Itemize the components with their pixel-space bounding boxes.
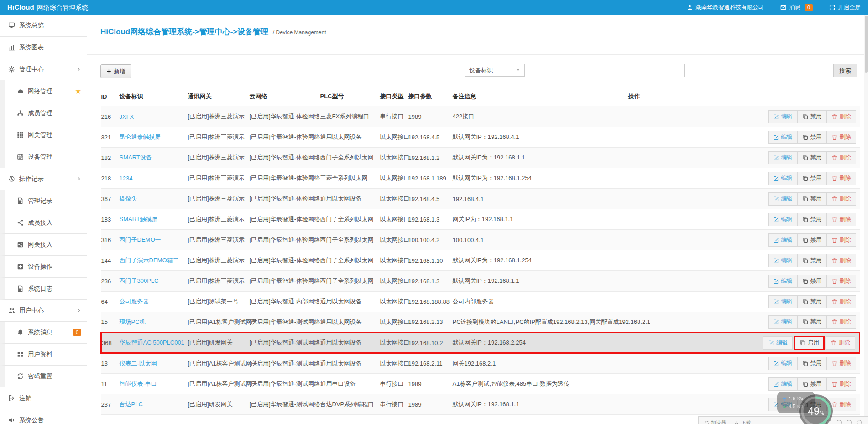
delete-button[interactable]: 删除 bbox=[826, 192, 856, 206]
cell-cloud: [已启用]华辰智通-测试网络 bbox=[250, 353, 320, 374]
delete-button[interactable]: 删除 bbox=[826, 295, 856, 308]
device-name-link[interactable]: SMART设备 bbox=[120, 154, 152, 161]
disable-button[interactable]: 禁用 bbox=[797, 254, 827, 267]
delete-button[interactable]: 删除 bbox=[826, 254, 856, 267]
sidebar-item-network-management[interactable]: 网络管理★ bbox=[0, 80, 87, 102]
delete-button[interactable]: 删除 bbox=[826, 110, 856, 123]
edit-button[interactable]: 编辑 bbox=[768, 192, 798, 206]
sidebar-item-system-charts[interactable]: 系统图表 bbox=[0, 37, 87, 58]
favorite-star-icon[interactable]: ★ bbox=[75, 88, 81, 95]
cell-plc: 通用以太网设备 bbox=[320, 353, 380, 374]
edit-button[interactable]: 编辑 bbox=[768, 357, 798, 370]
sidebar-item-logout[interactable]: 注销 bbox=[0, 387, 87, 409]
edit-button[interactable]: 编辑 bbox=[768, 131, 798, 144]
delete-button[interactable]: 删除 bbox=[826, 172, 856, 185]
device-name-link[interactable]: SMART触摸屏 bbox=[120, 216, 158, 223]
disable-button[interactable]: 禁用 bbox=[797, 357, 827, 370]
sidebar-item-member-management[interactable]: 成员管理 bbox=[0, 102, 87, 124]
brand-name: HiCloud bbox=[7, 3, 34, 11]
device-name-link[interactable]: JXFX bbox=[120, 113, 134, 120]
device-name-link[interactable]: 智能仪表-串口 bbox=[120, 380, 157, 387]
delete-button[interactable]: 删除 bbox=[826, 213, 856, 226]
fullscreen-toggle[interactable]: 开启全屏 bbox=[829, 4, 861, 11]
download-item[interactable]: 下载 bbox=[734, 419, 751, 424]
sidebar-item-gateway-management[interactable]: 网关管理 bbox=[0, 124, 87, 146]
device-name-link[interactable]: 西门子300PLC bbox=[120, 277, 159, 284]
device-name-link[interactable]: 华辰智通AC 500PLC001 bbox=[120, 339, 184, 346]
sidebar-item-password-reset[interactable]: 密码重置 bbox=[0, 366, 87, 387]
search-input[interactable] bbox=[684, 64, 833, 77]
table-row: 15现场PC机[已启用]A1栋客户测试网关[已启用]华辰智通-测试网络通用以太网… bbox=[101, 312, 860, 333]
sidebar-item-management-records[interactable]: 管理记录 bbox=[0, 190, 87, 212]
sidebar-item-user-center[interactable]: 用户中心 bbox=[0, 300, 87, 322]
edit-button[interactable]: 编辑 bbox=[768, 254, 798, 267]
edit-button[interactable]: 编辑 bbox=[768, 295, 798, 308]
messages-link[interactable]: 消息 0 bbox=[780, 4, 813, 11]
bottom-bar-circle-icon[interactable] bbox=[857, 420, 862, 424]
edit-button[interactable]: 编辑 bbox=[768, 315, 798, 329]
edit-button[interactable]: 编辑 bbox=[763, 336, 793, 350]
scrollbar[interactable] bbox=[864, 15, 868, 424]
sidebar-item-system-logs[interactable]: 系统日志 bbox=[0, 278, 87, 300]
disable-button[interactable]: 禁用 bbox=[797, 233, 827, 247]
search-button[interactable]: 搜索 bbox=[833, 64, 857, 77]
sidebar-item-gateway-access[interactable]: 网关接入 bbox=[0, 234, 87, 256]
delete-button[interactable]: 删除 bbox=[826, 151, 856, 164]
disable-button[interactable]: 禁用 bbox=[797, 131, 827, 144]
edit-button[interactable]: 编辑 bbox=[768, 275, 798, 288]
sidebar-item-system-announcement[interactable]: 系统公告 bbox=[0, 409, 87, 424]
delete-button[interactable]: 删除 bbox=[826, 377, 856, 391]
scrollbar-thumb[interactable] bbox=[865, 16, 868, 73]
edit-button[interactable]: 编辑 bbox=[768, 377, 798, 391]
device-name-link[interactable]: 西门子DEMO一 bbox=[120, 236, 161, 243]
device-name-link[interactable]: 台达PLC bbox=[120, 401, 143, 408]
search-field-select[interactable]: 设备标识 bbox=[465, 64, 525, 77]
sidebar-item-member-access[interactable]: 成员接入 bbox=[0, 212, 87, 234]
edit-button[interactable]: 编辑 bbox=[768, 233, 798, 247]
signout-icon bbox=[8, 395, 15, 402]
device-name-link[interactable]: 公司服务器 bbox=[120, 298, 149, 305]
cell-name: 公司服务器 bbox=[120, 292, 188, 312]
edit-button[interactable]: 编辑 bbox=[768, 172, 798, 185]
delete-button[interactable]: 删除 bbox=[826, 131, 856, 144]
disable-button[interactable]: 禁用 bbox=[797, 275, 827, 288]
disable-button[interactable]: 禁用 bbox=[797, 192, 827, 206]
device-name-link[interactable]: 仪表二-以太网 bbox=[120, 360, 157, 367]
device-name-link[interactable]: 昆仑通泰触摸屏 bbox=[120, 133, 161, 140]
disable-button[interactable]: 禁用 bbox=[797, 295, 827, 308]
edit-button[interactable]: 编辑 bbox=[768, 110, 798, 123]
net-percent-gauge[interactable]: 49% bbox=[797, 392, 835, 424]
sidebar-item-device-operations[interactable]: 设备操作 bbox=[0, 256, 87, 278]
disable-button[interactable]: 禁用 bbox=[797, 377, 827, 391]
device-name-link[interactable]: 现场PC机 bbox=[120, 318, 146, 325]
company-name: 湖南华辰智通科技有限公司 bbox=[695, 4, 764, 11]
delete-button[interactable]: 删除 bbox=[826, 336, 855, 350]
delete-button[interactable]: 删除 bbox=[826, 315, 856, 329]
disable-button[interactable]: 禁用 bbox=[797, 172, 827, 185]
sidebar-item-operation-records[interactable]: 操作记录 bbox=[0, 168, 87, 190]
device-name-link[interactable]: 西门子演示DEMO箱二 bbox=[120, 257, 179, 264]
sidebar-item-device-management[interactable]: 设备管理 bbox=[0, 146, 87, 168]
disable-button[interactable]: 禁用 bbox=[797, 151, 827, 164]
sidebar-item-system-overview[interactable]: 系统总览 bbox=[0, 15, 87, 37]
disable-button[interactable]: 禁用 bbox=[797, 110, 827, 123]
breadcrumb: HiCloud网络综合管理系统->管理中心->设备管理 bbox=[100, 27, 268, 36]
delete-button[interactable]: 删除 bbox=[826, 275, 856, 288]
sidebar-item-management-center[interactable]: 管理中心 bbox=[0, 58, 87, 80]
disable-button[interactable]: 禁用 bbox=[797, 315, 827, 329]
sidebar-item-user-profile[interactable]: 用户资料 bbox=[0, 344, 87, 366]
accelerator-item[interactable]: 加速器 bbox=[704, 419, 726, 424]
company-account[interactable]: 湖南华辰智通科技有限公司 bbox=[687, 4, 764, 11]
device-name-link[interactable]: 摄像头 bbox=[120, 195, 137, 202]
edit-button[interactable]: 编辑 bbox=[768, 213, 798, 226]
add-device-button[interactable]: 新增 bbox=[100, 64, 131, 78]
delete-button[interactable]: 删除 bbox=[826, 233, 856, 247]
delete-button[interactable]: 删除 bbox=[826, 357, 856, 370]
sidebar-item-system-messages[interactable]: 系统消息0 bbox=[0, 322, 87, 344]
enable-button[interactable]: 启用 bbox=[794, 336, 825, 350]
bottom-bar-circle-icon[interactable] bbox=[847, 420, 852, 424]
edit-button[interactable]: 编辑 bbox=[768, 151, 798, 164]
device-name-link[interactable]: 1234 bbox=[120, 175, 133, 182]
disable-button[interactable]: 禁用 bbox=[797, 213, 827, 226]
bottom-bar-circle-icon[interactable] bbox=[837, 420, 842, 424]
